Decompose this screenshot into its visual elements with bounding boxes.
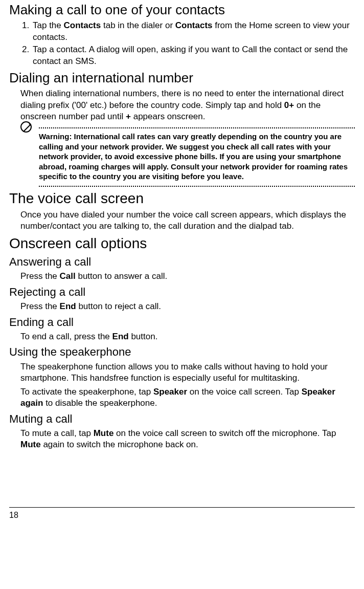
text: Tap the [33,20,64,30]
paragraph: To mute a call, tap Mute on the voice ca… [20,428,355,451]
svg-line-0 [24,124,31,132]
heading-answer: Answering a call [9,255,355,269]
body-reject: Press the End button to reject a call. [20,301,355,312]
bold-text: Mute [94,428,114,438]
text: on the voice call screen. Tap [187,387,302,397]
paragraph: To activate the speakerphone, tap Speake… [20,386,355,409]
page-number: 18 [9,511,18,519]
heading-intl: Dialing an international number [9,70,355,86]
paragraph: Press the End button to reject a call. [20,301,355,312]
text: appears onscreen. [131,112,206,121]
text: again to switch the microphone back on. [41,440,198,449]
body-answer: Press the Call button to answer a call. [20,271,355,282]
bold-text: Contacts [64,20,101,30]
paragraph: Press the Call button to answer a call. [20,271,355,282]
page-footer: 18 [9,507,355,520]
text: to disable the speakerphone. [43,398,157,408]
bold-text: Speaker [153,387,187,397]
page-content: Making a call to one of your contacts Ta… [0,2,364,520]
bold-text: End [60,301,76,311]
text: button to reject a call. [76,301,161,311]
body-end: To end a call, press the End button. [20,331,355,342]
text: button to answer a call. [76,271,168,281]
warning-text: Warning: International call rates can va… [39,128,355,186]
bold-text: Mute [20,440,41,449]
text: Press the [20,301,60,311]
paragraph: When dialing international numbers, ther… [20,88,355,122]
step-item: Tap the Contacts tab in the dialer or Co… [32,20,355,43]
paragraph: Once you have dialed your number the voi… [20,209,355,232]
warning-icon-wrap [20,121,34,133]
bold-text: End [112,332,129,341]
paragraph: To end a call, press the End button. [20,331,355,342]
steps-list: Tap the Contacts tab in the dialer or Co… [20,20,355,67]
body-speaker: The speakerphone function allows you to … [20,361,355,409]
bold-text: + [126,112,131,121]
text: on the voice call screen to switch off t… [113,428,336,438]
warning-icon [20,121,32,133]
step-item: Tap a contact. A dialog will open, askin… [32,44,355,67]
paragraph: The speakerphone function allows you to … [20,361,355,384]
body-voice-screen: Once you have dialed your number the voi… [20,209,355,232]
heading-mute: Muting a call [9,412,355,426]
dashed-rule-bottom [39,186,355,187]
text: tab in the dialer or [101,20,175,30]
bold-text: Call [60,271,76,281]
heading-making-call: Making a call to one of your contacts [9,2,355,18]
bold-text: Contacts [175,20,213,30]
heading-speaker: Using the speakerphone [9,345,355,359]
body-mute: To mute a call, tap Mute on the voice ca… [20,428,355,451]
text: button. [129,332,158,341]
heading-reject: Rejecting a call [9,286,355,299]
text: To mute a call, tap [20,428,94,438]
heading-voice-screen: The voice call screen [9,190,355,207]
text: Press the [20,271,60,281]
heading-onscreen: Onscreen call options [9,235,355,252]
heading-end: Ending a call [9,316,355,329]
warning-box: Warning: International call rates can va… [20,127,355,187]
text: To activate the speakerphone, tap [20,387,153,397]
body-intl: When dialing international numbers, ther… [20,88,355,122]
text: To end a call, press the [20,332,112,341]
bold-text: 0+ [284,100,294,110]
